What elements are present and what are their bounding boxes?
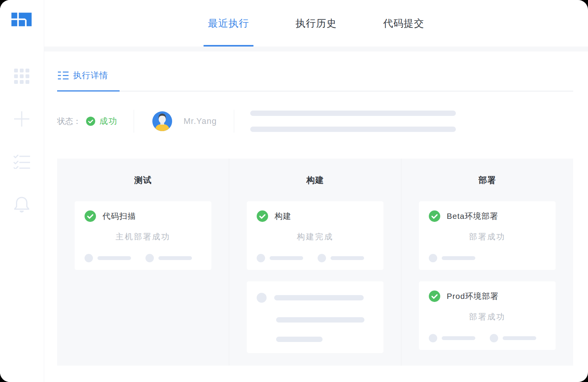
stage-card-header: 构建 — [257, 210, 374, 222]
stage-card-skeleton-row — [429, 334, 546, 342]
stage-card[interactable]: 构建构建完成 — [247, 201, 383, 270]
skeleton-group — [429, 334, 475, 342]
skeleton-group — [85, 254, 131, 262]
pipeline-column: 测试代码扫描主机部署成功 — [57, 159, 229, 366]
stage-card-header: Prod环境部署 — [429, 291, 546, 302]
stage-card[interactable]: 代码扫描主机部署成功 — [75, 201, 211, 270]
skeleton-group — [490, 334, 536, 342]
apps-grid-icon[interactable] — [13, 68, 30, 85]
stage-card-subtitle: 部署成功 — [429, 311, 546, 322]
skeleton-dot — [429, 254, 437, 262]
stage-card-title: Prod环境部署 — [447, 291, 499, 302]
skeleton-bar — [276, 337, 323, 342]
skeleton-bar — [276, 317, 364, 323]
app-logo[interactable] — [11, 13, 32, 26]
sidebar-menu — [0, 68, 43, 239]
stage-card-skeleton-row — [85, 254, 201, 262]
pipeline-column: 部署Beta环境部署部署成功Prod环境部署部署成功 — [401, 159, 573, 366]
pipeline-column-title: 测试 — [57, 175, 229, 186]
skeleton-dot — [257, 254, 265, 262]
skeleton-bar — [442, 256, 475, 260]
header-divider-strip — [44, 47, 588, 51]
tab-code-commits[interactable]: 代码提交 — [383, 0, 424, 47]
stage-card-subtitle: 构建完成 — [257, 231, 374, 242]
skeleton-bar — [97, 256, 131, 260]
pipeline-board: 测试代码扫描主机部署成功构建构建构建完成部署Beta环境部署部署成功Prod环境… — [57, 159, 573, 366]
list-detail-icon — [58, 71, 69, 80]
skeleton-bar — [250, 127, 456, 132]
stage-card-header: 代码扫描 — [85, 210, 201, 222]
status-value: 成功 — [99, 116, 118, 127]
stage-card-skeleton-row — [257, 254, 374, 262]
success-check-icon — [85, 210, 96, 222]
app-window: 最近执行 执行历史 代码提交 执 — [0, 0, 588, 382]
pipeline-column-cards: 构建构建完成 — [229, 201, 401, 353]
skeleton-group — [145, 254, 192, 262]
pending-stage-card[interactable] — [247, 281, 383, 353]
skeleton-dot — [429, 334, 437, 342]
main-area: 最近执行 执行历史 代码提交 执 — [44, 0, 588, 382]
skeleton-bar — [270, 256, 303, 260]
pipeline-column-title: 部署 — [401, 175, 573, 186]
stage-card-title: 代码扫描 — [102, 211, 136, 221]
skeleton-bar — [250, 111, 456, 116]
task-list-icon[interactable] — [13, 153, 30, 170]
pipeline-column-cards: Beta环境部署部署成功Prod环境部署部署成功 — [401, 201, 573, 350]
stage-card[interactable]: Beta环境部署部署成功 — [419, 201, 556, 270]
tab-execution-history[interactable]: 执行历史 — [296, 0, 337, 47]
user-avatar — [152, 111, 172, 131]
stage-card[interactable]: Prod环境部署部署成功 — [419, 281, 556, 350]
sidebar — [0, 0, 44, 382]
pipeline-column-title: 构建 — [229, 175, 401, 186]
skeleton-dot — [257, 293, 267, 303]
stage-card-subtitle: 部署成功 — [429, 231, 546, 242]
stage-card-header: Beta环境部署 — [429, 210, 546, 222]
skeleton-row — [257, 293, 374, 303]
skeleton-bar — [331, 256, 364, 260]
plus-icon[interactable] — [13, 111, 30, 127]
vertical-divider — [234, 110, 234, 133]
pipeline-column: 构建构建构建完成 — [229, 159, 401, 366]
skeleton-bar — [503, 336, 536, 340]
skeleton-dot — [145, 254, 154, 262]
stage-card-skeleton-row — [429, 254, 546, 262]
success-check-icon — [429, 291, 440, 302]
tab-recent-executions[interactable]: 最近执行 — [208, 0, 249, 47]
notifications-bell-icon[interactable] — [13, 196, 30, 213]
skeleton-bar — [158, 256, 192, 260]
skeleton-group — [257, 254, 303, 262]
status-row: 状态： 成功 — [57, 110, 573, 133]
pipeline-column-cards: 代码扫描主机部署成功 — [57, 201, 229, 270]
top-tabs: 最近执行 执行历史 代码提交 — [44, 0, 588, 47]
tab-execution-detail[interactable]: 执行详情 — [57, 63, 120, 91]
status-label: 状态： — [57, 116, 81, 127]
skeleton-group — [429, 254, 475, 262]
user-name: Mr.Yang — [184, 116, 217, 126]
skeleton-group — [318, 254, 364, 262]
stage-card-title: 构建 — [275, 211, 291, 221]
skeleton-bar — [274, 295, 364, 300]
skeleton-dot — [318, 254, 326, 262]
skeleton-bar — [442, 336, 475, 340]
success-check-icon — [257, 210, 268, 222]
detail-tabs: 执行详情 — [57, 63, 573, 91]
stage-card-title: Beta环境部署 — [447, 211, 498, 221]
content: 执行详情 状态： 成功 — [44, 63, 588, 366]
success-check-icon — [429, 210, 440, 222]
stage-card-subtitle: 主机部署成功 — [85, 231, 201, 242]
success-check-icon — [86, 117, 95, 126]
description-skeleton — [250, 111, 456, 132]
vertical-divider — [134, 110, 134, 133]
skeleton-dot — [490, 334, 498, 342]
skeleton-dot — [85, 254, 93, 262]
detail-tab-label: 执行详情 — [73, 70, 108, 81]
